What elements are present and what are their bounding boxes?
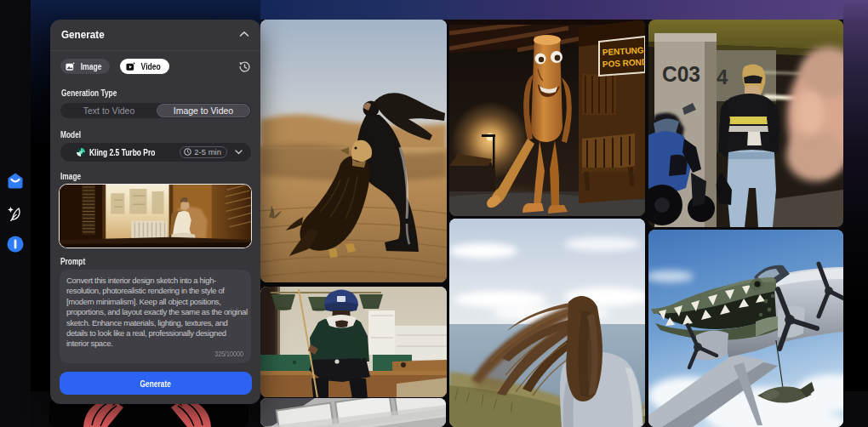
- svg-text:4: 4: [717, 65, 728, 88]
- svg-text:C03: C03: [662, 61, 700, 87]
